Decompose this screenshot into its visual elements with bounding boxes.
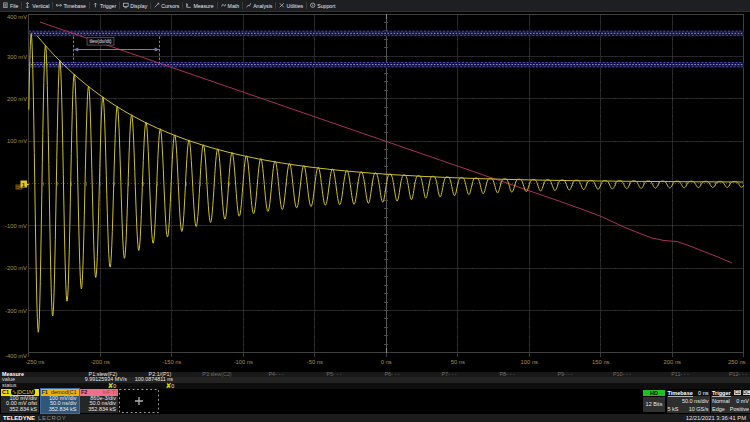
svg-text:300 mV: 300 mV (7, 54, 27, 60)
svg-text:-100 ns: -100 ns (234, 359, 253, 365)
svg-text:50 ns: 50 ns (451, 359, 465, 365)
svg-text:tlev(dv/dt): tlev(dv/dt) (90, 38, 112, 44)
svg-text:-250 ns: -250 ns (25, 359, 44, 365)
svg-text:-150 ns: -150 ns (162, 359, 181, 365)
svg-text:-50 ns: -50 ns (307, 359, 323, 365)
svg-text:-400 mV: -400 mV (5, 353, 27, 359)
svg-text:-200 ns: -200 ns (91, 359, 110, 365)
svg-text:-100 mV: -100 mV (5, 223, 27, 229)
svg-text:250 ns: 250 ns (728, 359, 746, 365)
svg-text:200 ns: 200 ns (664, 359, 682, 365)
svg-text:200 mV: 200 mV (7, 96, 27, 102)
svg-text:400 mV: 400 mV (7, 14, 27, 20)
svg-text:-300 mV: -300 mV (5, 308, 27, 314)
svg-text:-200 mV: -200 mV (5, 265, 27, 271)
svg-text:100 ns: 100 ns (521, 359, 539, 365)
svg-text:100 mV: 100 mV (7, 138, 27, 144)
svg-text:0 ns: 0 ns (381, 359, 392, 365)
svg-text:150 ns: 150 ns (592, 359, 610, 365)
